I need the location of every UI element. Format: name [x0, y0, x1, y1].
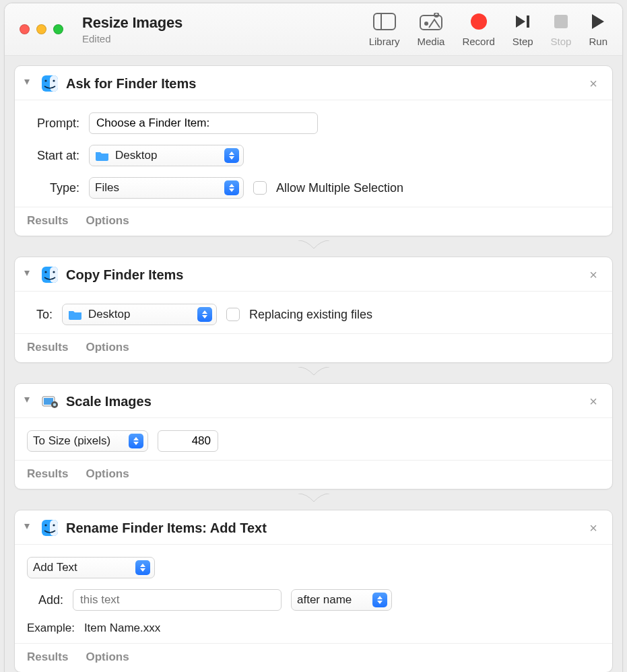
scale-mode-select[interactable]: To Size (pixels): [27, 430, 148, 452]
results-button[interactable]: Results: [27, 214, 68, 228]
svg-point-5: [471, 13, 487, 30]
svg-point-19: [53, 271, 55, 273]
replace-existing-checkbox[interactable]: [226, 308, 240, 321]
to-value: Desktop: [88, 308, 192, 321]
toolbar: Library Media Record Step: [369, 11, 607, 47]
svg-rect-2: [420, 15, 442, 30]
action-connector: [298, 367, 329, 379]
disclosure-toggle[interactable]: [20, 521, 34, 535]
start-at-label: Start at:: [27, 149, 79, 163]
example-value: Item Name.xxx: [84, 621, 160, 635]
position-select[interactable]: after name: [291, 589, 392, 611]
library-label: Library: [369, 36, 400, 47]
allow-multiple-checkbox[interactable]: [253, 181, 267, 195]
select-arrows-icon: [129, 434, 143, 448]
svg-point-3: [424, 22, 428, 26]
disclosure-toggle[interactable]: [20, 268, 34, 281]
action-connector: [298, 494, 329, 506]
media-label: Media: [418, 36, 445, 47]
action-title: Copy Finder Items: [66, 267, 183, 283]
action-rename-finder-items: Rename Finder Items: Add Text × Add Text…: [14, 510, 613, 672]
svg-marker-15: [24, 271, 30, 276]
svg-marker-20: [24, 397, 30, 403]
stop-label: Stop: [551, 36, 572, 47]
start-at-select[interactable]: Desktop: [89, 145, 244, 166]
svg-point-18: [44, 271, 46, 273]
svg-point-14: [53, 79, 55, 81]
select-arrows-icon: [197, 307, 212, 322]
step-label: Step: [513, 36, 533, 47]
zoom-window-button[interactable]: [53, 24, 63, 34]
select-arrows-icon: [224, 148, 239, 163]
add-label: Add:: [27, 593, 63, 607]
prompt-label: Prompt:: [27, 116, 79, 131]
run-button[interactable]: Run: [589, 11, 607, 47]
start-at-value: Desktop: [115, 149, 219, 162]
action-copy-finder-items: Copy Finder Items × To: Desktop Replacin…: [14, 257, 613, 363]
results-button[interactable]: Results: [27, 467, 68, 481]
step-icon: [514, 11, 531, 32]
action-title: Rename Finder Items: Add Text: [66, 520, 267, 536]
record-label: Record: [462, 36, 494, 47]
size-pixels-input[interactable]: [158, 430, 218, 452]
action-title: Scale Images: [66, 394, 152, 409]
options-button[interactable]: Options: [86, 650, 129, 664]
stop-icon: [554, 11, 568, 32]
finder-icon: [40, 518, 59, 537]
svg-rect-12: [50, 75, 58, 92]
folder-icon: [95, 150, 110, 161]
document-title: Resize Images: [82, 14, 183, 32]
run-label: Run: [589, 36, 607, 47]
minimize-window-button[interactable]: [36, 24, 46, 34]
remove-action-button[interactable]: ×: [585, 76, 601, 92]
rename-op-value: Add Text: [33, 561, 130, 574]
disclosure-toggle[interactable]: [20, 395, 34, 408]
play-icon: [591, 11, 605, 32]
media-icon: [420, 11, 442, 32]
add-text-input[interactable]: [73, 589, 282, 611]
results-button[interactable]: Results: [27, 341, 68, 354]
action-connector: [298, 240, 329, 253]
record-icon: [470, 11, 488, 32]
rename-op-select[interactable]: Add Text: [27, 557, 155, 578]
select-arrows-icon: [372, 593, 387, 607]
options-button[interactable]: Options: [86, 341, 129, 354]
action-ask-finder-items: Ask for Finder Items × Prompt: Start at:…: [14, 65, 613, 236]
svg-marker-9: [592, 14, 604, 29]
scale-mode-value: To Size (pixels): [33, 434, 123, 448]
example-label: Example:: [27, 621, 75, 635]
remove-action-button[interactable]: ×: [585, 394, 601, 409]
to-select[interactable]: Desktop: [62, 304, 217, 325]
svg-point-29: [53, 524, 55, 526]
options-button[interactable]: Options: [86, 214, 129, 228]
preview-app-icon: [40, 392, 59, 411]
remove-action-button[interactable]: ×: [585, 267, 601, 283]
to-label: To:: [27, 308, 53, 322]
select-arrows-icon: [135, 560, 150, 575]
svg-point-13: [44, 79, 46, 81]
close-window-button[interactable]: [20, 24, 30, 34]
remove-action-button[interactable]: ×: [585, 520, 601, 536]
svg-rect-27: [50, 520, 58, 536]
svg-point-28: [44, 524, 46, 526]
results-button[interactable]: Results: [27, 650, 68, 664]
svg-rect-8: [554, 15, 568, 28]
automator-window: Resize Images Edited Library Media: [4, 3, 623, 672]
type-select[interactable]: Files: [89, 177, 244, 199]
disclosure-toggle[interactable]: [20, 77, 34, 90]
media-button[interactable]: Media: [418, 11, 445, 47]
library-button[interactable]: Library: [369, 11, 400, 47]
record-button[interactable]: Record: [462, 11, 494, 47]
title-block: Resize Images Edited: [82, 14, 183, 44]
replace-existing-label: Replacing existing files: [249, 308, 372, 322]
svg-rect-7: [527, 15, 529, 28]
traffic-lights: [20, 24, 63, 34]
workflow-canvas[interactable]: Ask for Finder Items × Prompt: Start at:…: [5, 56, 622, 672]
stop-button: Stop: [551, 11, 572, 47]
options-button[interactable]: Options: [86, 467, 129, 481]
prompt-input[interactable]: [89, 112, 318, 134]
svg-marker-10: [24, 79, 30, 85]
action-title: Ask for Finder Items: [66, 76, 196, 92]
step-button[interactable]: Step: [513, 11, 533, 47]
svg-rect-17: [50, 267, 58, 283]
